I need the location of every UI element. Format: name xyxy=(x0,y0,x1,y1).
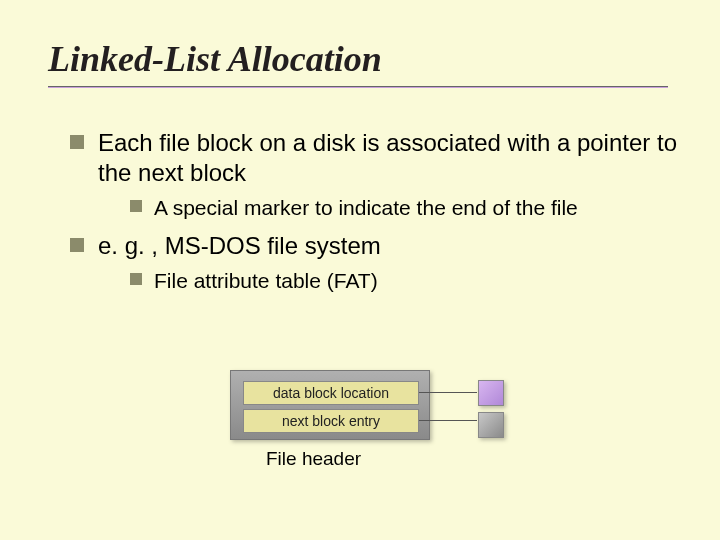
sub-bullet-text: A special marker to indicate the end of … xyxy=(154,194,680,221)
square-bullet-icon xyxy=(70,135,84,149)
connector-line xyxy=(419,392,477,393)
sub-bullet-item-1: A special marker to indicate the end of … xyxy=(98,194,680,221)
connector-line xyxy=(419,420,477,421)
slide-title: Linked-List Allocation xyxy=(0,0,720,82)
bullet-item-2: e. g. , MS-DOS file system File attribut… xyxy=(70,231,680,294)
slide-content: Each file block on a disk is associated … xyxy=(0,88,720,295)
header-box: data block location next block entry xyxy=(230,370,430,440)
square-bullet-icon xyxy=(70,238,84,252)
square-bullet-icon xyxy=(130,273,142,285)
file-header-diagram: data block location next block entry Fil… xyxy=(230,370,510,500)
square-bullet-icon xyxy=(130,200,142,212)
entry-block-icon xyxy=(478,412,504,438)
bullet-item-1: Each file block on a disk is associated … xyxy=(70,128,680,221)
sub-bullet-text: File attribute table (FAT) xyxy=(154,267,680,294)
data-block-icon xyxy=(478,380,504,406)
sub-bullet-item-2: File attribute table (FAT) xyxy=(98,267,680,294)
field-data-block-location: data block location xyxy=(243,381,419,405)
bullet-text: Each file block on a disk is associated … xyxy=(98,128,680,188)
diagram-caption: File header xyxy=(266,448,361,470)
bullet-text: e. g. , MS-DOS file system xyxy=(98,231,680,261)
field-next-block-entry: next block entry xyxy=(243,409,419,433)
